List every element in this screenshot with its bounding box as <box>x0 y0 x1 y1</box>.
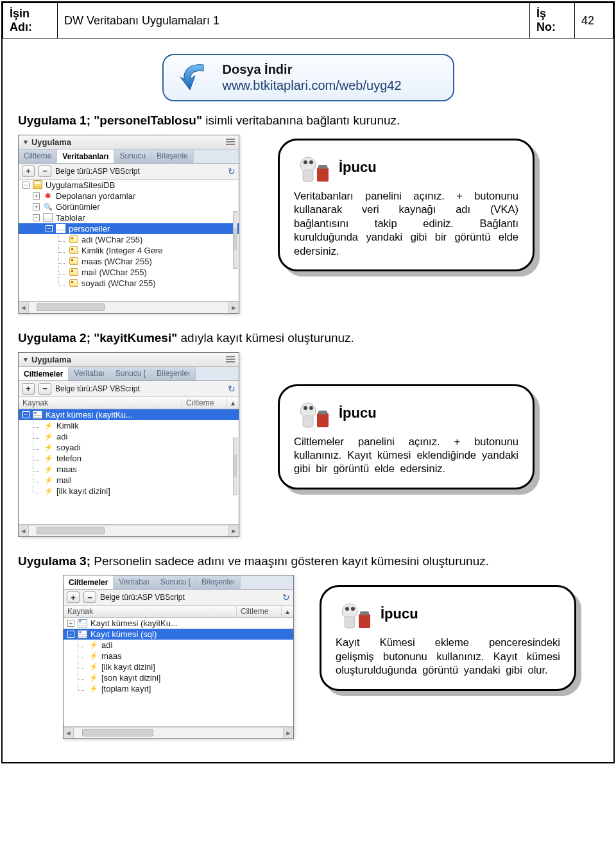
panel3-hscroll[interactable]: ◄ ► <box>64 727 293 738</box>
tab-sunucu[interactable]: Sunucu [ <box>110 367 151 380</box>
tree-recordset-closed[interactable]: + Kayıt kümesi (kayitKu... <box>64 618 293 629</box>
tree-col[interactable]: Kimlik (Integer 4 Gere <box>19 245 239 256</box>
panel2-toolbar: + − Belge türü:ASP VBScript ↻ <box>19 381 239 397</box>
twisty-plus-icon[interactable]: + <box>67 620 74 627</box>
panel2-titlebar[interactable]: ▼ Uygulama <box>19 353 239 367</box>
twisty-plus-icon[interactable]: + <box>33 203 40 210</box>
tree-recordset[interactable]: − Kayıt kümesi (kayitKu... <box>19 409 239 420</box>
tab-sunucu[interactable]: Sunucu [ <box>155 575 196 589</box>
refresh-icon[interactable]: ↻ <box>228 166 235 176</box>
panel1-titlebar[interactable]: ▼ Uygulama <box>19 135 239 149</box>
field-label: [ilk kayıt dizini] <box>56 486 110 496</box>
col-sort-icon[interactable]: ▴ <box>227 397 239 409</box>
scroll-right-icon[interactable]: ► <box>283 728 293 738</box>
tab-ciltlemeler[interactable]: Ciltlemeler <box>64 575 114 589</box>
exercise2-prefix: Uygulama 2; <box>18 331 94 345</box>
bolt-icon: ⚡ <box>44 443 53 452</box>
col-ciltleme[interactable]: Ciltleme <box>182 397 227 409</box>
scrollbar-vertical[interactable] <box>233 438 237 495</box>
tab-ciltleme[interactable]: Ciltleme <box>19 149 57 163</box>
refresh-icon[interactable]: ↻ <box>282 592 290 602</box>
tree-recordset-sql[interactable]: − Kayıt kümesi (sql) <box>64 629 293 640</box>
tree-col[interactable]: mail (WChar 255) <box>19 267 239 278</box>
twisty-minus-icon[interactable]: − <box>33 214 40 221</box>
tree-db-root[interactable]: − UygulamaSitesiDB <box>19 180 239 191</box>
exercise3-prefix: Uygulama 3; <box>18 554 94 568</box>
tree-col[interactable]: adi (WChar 255) <box>19 234 239 245</box>
collapse-icon[interactable]: ▼ <box>22 356 29 363</box>
tab-sunucu[interactable]: Sunucu <box>114 149 151 163</box>
tree-field[interactable]: ⚡[son kayıt dizini] <box>64 672 293 683</box>
plus-button[interactable]: + <box>22 166 35 177</box>
minus-button[interactable]: − <box>83 591 96 603</box>
download-box[interactable]: Dosya İndir www.btkitaplari.com/web/uyg4… <box>162 54 454 101</box>
twisty-plus-icon[interactable]: + <box>33 192 40 200</box>
tree-stored-procs[interactable]: + ✱ Depolanan yordamlar <box>19 191 239 201</box>
tree-tables[interactable]: − Tablolar <box>19 212 239 223</box>
tree-field[interactable]: ⚡[ilk kayıt dizini] <box>64 661 293 672</box>
scroll-thumb[interactable] <box>37 527 105 534</box>
scroll-right-icon[interactable]: ► <box>228 525 239 536</box>
twisty-minus-icon[interactable]: − <box>22 182 30 189</box>
tree-field[interactable]: ⚡mail <box>19 475 239 486</box>
bolt-icon: ⚡ <box>89 663 98 672</box>
svg-point-7 <box>304 406 307 410</box>
col-ciltleme[interactable]: Ciltleme <box>237 606 282 617</box>
panel-menu-icon[interactable] <box>226 356 235 362</box>
scroll-left-icon[interactable]: ◄ <box>64 728 74 738</box>
plus-button[interactable]: + <box>22 383 35 395</box>
tree-field[interactable]: ⚡telefon <box>19 453 239 464</box>
download-url[interactable]: www.btkitaplari.com/web/uyg42 <box>223 78 402 94</box>
tree-col[interactable]: soyadi (WChar 255) <box>19 278 239 289</box>
tree-table-personeller[interactable]: − personeller <box>19 223 239 234</box>
tree-field[interactable]: ⚡Kimlik <box>19 420 239 431</box>
panel2-hscroll[interactable]: ◄ ► <box>19 525 239 536</box>
plus-button[interactable]: + <box>67 591 80 603</box>
minus-button[interactable]: − <box>38 383 51 395</box>
tree-field[interactable]: ⚡maas <box>64 651 293 661</box>
tree-field[interactable]: ⚡adi <box>19 431 239 442</box>
tree-field[interactable]: ⚡[ilk kayıt dizini] <box>19 486 239 497</box>
twisty-minus-icon[interactable]: − <box>22 411 30 418</box>
col-kaynak[interactable]: Kaynak <box>19 397 182 409</box>
minus-button[interactable]: − <box>38 166 51 177</box>
panel-menu-icon[interactable] <box>226 139 235 145</box>
scroll-thumb[interactable] <box>82 729 153 736</box>
exercise2-suffix: adıyla kayıt kümesi oluşturunuz. <box>177 331 354 345</box>
tree-tables-label: Tablolar <box>56 213 85 223</box>
tab-ciltlemeler[interactable]: Ciltlemeler <box>19 367 69 380</box>
tree-field[interactable]: ⚡[toplam kayıt] <box>64 683 293 694</box>
tab-bilesenler[interactable]: Bileşenleı <box>151 367 196 380</box>
tree-field[interactable]: ⚡soyadi <box>19 442 239 453</box>
tree-field[interactable]: ⚡maas <box>19 464 239 475</box>
scroll-thumb[interactable] <box>37 303 105 311</box>
twisty-minus-icon[interactable]: − <box>46 225 53 232</box>
scrollbar-vertical[interactable] <box>233 211 237 269</box>
svg-point-1 <box>304 160 307 164</box>
refresh-icon[interactable]: ↻ <box>228 384 235 394</box>
panel1-hscroll[interactable]: ◄ ► <box>19 302 239 313</box>
tab-veritabanlari[interactable]: Veritabanları <box>57 149 114 163</box>
tab-veritabani[interactable]: Veritabaı <box>69 367 110 380</box>
scroll-left-icon[interactable]: ◄ <box>19 525 29 536</box>
scroll-track[interactable] <box>74 728 283 738</box>
tab-bilesenler[interactable]: Bileşenle <box>151 149 194 163</box>
collapse-icon[interactable]: ▼ <box>22 139 29 146</box>
tree-col[interactable]: maas (WChar 255) <box>19 256 239 267</box>
is-no-value: 42 <box>575 3 613 38</box>
col-sort-icon[interactable]: ▴ <box>282 606 293 617</box>
tab-veritabani[interactable]: Veritabaı <box>114 575 155 589</box>
tip3-title: İpucu <box>381 606 418 622</box>
tree-field[interactable]: ⚡adi <box>64 640 293 651</box>
tip1-title: İpucu <box>339 159 377 176</box>
scroll-track[interactable] <box>29 525 228 536</box>
col-kaynak[interactable]: Kaynak <box>64 606 237 617</box>
twisty-minus-icon[interactable]: − <box>67 631 74 638</box>
scroll-left-icon[interactable]: ◄ <box>19 302 29 313</box>
tab-bilesenler[interactable]: Bileşenleı <box>196 575 241 589</box>
tree-views[interactable]: + 🔍 Görünümler <box>19 201 239 212</box>
views-icon: 🔍 <box>43 202 53 211</box>
panel-bindings-sql: Ciltlemeler Veritabaı Sunucu [ Bileşenle… <box>63 575 294 739</box>
scroll-track[interactable] <box>29 302 228 313</box>
scroll-right-icon[interactable]: ► <box>228 302 239 313</box>
